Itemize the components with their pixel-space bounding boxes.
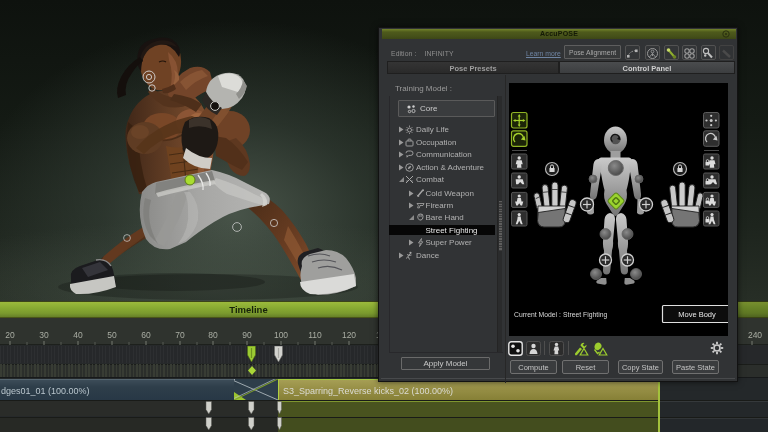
svg-text:120: 120 <box>342 330 356 340</box>
svg-text:40: 40 <box>73 330 83 340</box>
svg-text:100: 100 <box>274 330 288 340</box>
svg-text:30: 30 <box>39 330 49 340</box>
svg-text:80: 80 <box>208 330 218 340</box>
svg-text:110: 110 <box>308 330 322 340</box>
svg-text:50: 50 <box>107 330 117 340</box>
svg-text:60: 60 <box>141 330 151 340</box>
svg-text:Current Model :: Current Model : <box>514 311 561 318</box>
svg-text:Move Body: Move Body <box>678 310 716 319</box>
svg-text:Street Fighting: Street Fighting <box>563 311 607 319</box>
svg-text:70: 70 <box>175 330 185 340</box>
svg-text:240: 240 <box>748 330 762 340</box>
svg-text:20: 20 <box>5 330 15 340</box>
svg-text:90: 90 <box>242 330 252 340</box>
